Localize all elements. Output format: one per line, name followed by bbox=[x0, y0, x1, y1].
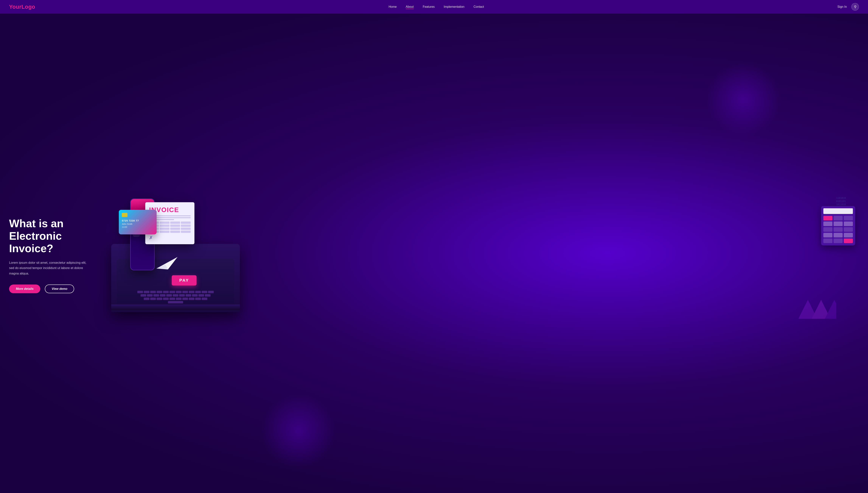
nav-item-features[interactable]: Features bbox=[423, 5, 435, 8]
nav-item-home[interactable]: Home bbox=[389, 5, 397, 8]
key bbox=[144, 291, 149, 294]
key bbox=[208, 291, 214, 294]
laptop-base bbox=[111, 304, 240, 310]
hero-section: What is an Electronic Invoice? Lorem ips… bbox=[0, 14, 868, 493]
nav-links: Home About Features Implementation Conta… bbox=[389, 5, 484, 8]
more-details-button[interactable]: More details bbox=[9, 284, 40, 293]
invoice-cell bbox=[181, 231, 191, 233]
hero-illustration: 1101010010110110110100110101101011001010… bbox=[107, 187, 859, 320]
card-name: John Smith bbox=[122, 223, 154, 225]
key bbox=[186, 294, 191, 297]
invoice-cell bbox=[170, 224, 180, 227]
paper-plane-illustration bbox=[155, 253, 179, 270]
credit-card: 5725 7230 77 John Smith 11/20 bbox=[119, 210, 157, 234]
glow-effect-2 bbox=[260, 393, 336, 469]
calc-btn bbox=[823, 221, 832, 226]
calc-btn bbox=[833, 221, 843, 226]
key bbox=[195, 291, 201, 294]
search-icon: ⚲ bbox=[854, 5, 856, 9]
key bbox=[182, 291, 188, 294]
svg-marker-6 bbox=[825, 300, 836, 319]
search-button[interactable]: ⚲ bbox=[851, 3, 859, 10]
calc-btn bbox=[844, 239, 853, 243]
key bbox=[144, 298, 149, 300]
invoice-cell bbox=[160, 224, 170, 227]
key bbox=[150, 291, 156, 294]
key bbox=[198, 294, 204, 297]
calc-btn bbox=[823, 233, 832, 237]
pay-button-illustration: PAY bbox=[172, 275, 197, 285]
calc-btn bbox=[844, 221, 853, 226]
key bbox=[163, 291, 169, 294]
calculator bbox=[821, 206, 855, 245]
calc-btn bbox=[833, 216, 843, 220]
calc-btn bbox=[833, 233, 843, 237]
key-row-2 bbox=[125, 294, 226, 297]
key bbox=[176, 298, 181, 300]
calc-btn bbox=[833, 239, 843, 243]
nav-link-contact[interactable]: Contact bbox=[473, 5, 484, 8]
key bbox=[192, 294, 198, 297]
invoice-cell bbox=[181, 228, 191, 230]
key bbox=[170, 291, 175, 294]
key bbox=[195, 298, 201, 300]
calc-btn bbox=[833, 227, 843, 232]
invoice-cell bbox=[181, 221, 191, 224]
key bbox=[166, 294, 172, 297]
key bbox=[140, 294, 146, 297]
calc-btn bbox=[844, 233, 853, 237]
hero-description: Lorem ipsum dolor sit amet, consectetur … bbox=[9, 260, 92, 276]
key-row-3 bbox=[125, 298, 226, 300]
key bbox=[160, 294, 166, 297]
invoice-cell bbox=[170, 228, 180, 230]
calculator-display bbox=[823, 208, 853, 214]
space-key bbox=[168, 301, 183, 304]
key bbox=[189, 298, 194, 300]
calc-btn bbox=[844, 216, 853, 220]
nav-link-home[interactable]: Home bbox=[389, 5, 397, 8]
key bbox=[157, 291, 162, 294]
key bbox=[173, 294, 178, 297]
sign-in-link[interactable]: Sign In bbox=[837, 5, 847, 8]
invoice-cell bbox=[170, 231, 180, 233]
key-row-1 bbox=[125, 291, 226, 294]
nav-item-implementation[interactable]: Implementation bbox=[444, 5, 464, 8]
key bbox=[189, 291, 194, 294]
key bbox=[176, 291, 181, 294]
invoice-cell bbox=[160, 221, 170, 224]
nav-item-about[interactable]: About bbox=[406, 5, 414, 8]
nav-link-about[interactable]: About bbox=[406, 5, 414, 9]
nav-right: Sign In ⚲ bbox=[837, 3, 859, 10]
key bbox=[157, 298, 162, 300]
hero-content: What is an Electronic Invoice? Lorem ips… bbox=[9, 213, 107, 293]
key bbox=[170, 298, 175, 300]
key bbox=[182, 298, 188, 300]
invoice-cell bbox=[160, 228, 170, 230]
key bbox=[205, 294, 211, 297]
key bbox=[163, 298, 169, 300]
card-chip bbox=[122, 213, 128, 217]
nav-link-features[interactable]: Features bbox=[423, 5, 435, 8]
invoice-signature: ✗ bbox=[149, 235, 191, 240]
bottom-arrow-decorations bbox=[798, 300, 836, 320]
nav-link-implementation[interactable]: Implementation bbox=[444, 5, 464, 8]
invoice-cell bbox=[160, 231, 170, 233]
key bbox=[179, 294, 185, 297]
calc-btn bbox=[823, 227, 832, 232]
key bbox=[137, 291, 143, 294]
key bbox=[150, 298, 156, 300]
calc-btn bbox=[823, 216, 832, 220]
calc-btn bbox=[844, 227, 853, 232]
logo[interactable]: YourLogo bbox=[9, 4, 35, 10]
nav-item-contact[interactable]: Contact bbox=[473, 5, 484, 8]
card-number: 5725 7230 77 bbox=[122, 219, 154, 222]
key bbox=[147, 294, 153, 297]
hero-title: What is an Electronic Invoice? bbox=[9, 217, 107, 255]
calc-btn bbox=[823, 239, 832, 243]
key bbox=[202, 291, 207, 294]
invoice-cell bbox=[170, 221, 180, 224]
key bbox=[202, 298, 207, 300]
hero-buttons: More details View demo bbox=[9, 284, 107, 293]
view-demo-button[interactable]: View demo bbox=[45, 284, 74, 293]
invoice-cell bbox=[181, 224, 191, 227]
